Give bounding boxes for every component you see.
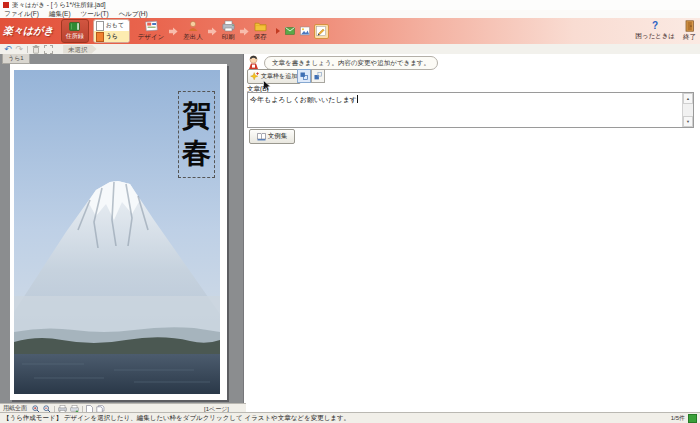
frame-select-button[interactable] [44,45,53,54]
side-toggle: おもて うら [93,19,130,43]
window-title: 楽々はがき - [うら1*/住所録.jad] [12,1,106,10]
design-icon [145,20,158,32]
greeting-char: 賀 [182,101,211,130]
exit-button[interactable]: 終了 [683,20,696,42]
divider [82,406,83,412]
flow-arrow-icon [208,27,217,36]
save-label: 保存 [254,33,267,42]
print-button[interactable]: 印刷 [222,20,235,42]
undo-button[interactable]: ↶ [4,45,12,54]
application-window: 楽々はがき - [うら1*/住所録.jad] ファイル(F) 編集(E) ツール… [0,0,700,423]
app-icon [3,2,9,8]
textarea-scrollbar[interactable]: ▲ ▼ [682,93,693,127]
print-icon [222,20,235,32]
exit-door-icon [685,20,695,32]
horizontal-text-toggle[interactable] [311,69,325,83]
message-textarea[interactable]: 今年もよろしくお願いいたします ▲ ▼ [247,92,694,128]
vertical-text-toggle[interactable] [297,69,311,83]
help-button[interactable]: ? 困ったときは [635,21,675,41]
page-tab-back1[interactable]: うら1 [2,54,30,64]
flow-arrow-icon [169,27,178,36]
delete-button[interactable] [32,45,40,54]
phrase-book-icon [257,132,266,141]
pencil-icon [316,26,326,36]
redo-button[interactable]: ↷ [16,45,24,54]
mascot-icon [247,55,260,70]
add-text-frame-button[interactable]: 文章枠を追加 [247,69,301,84]
front-page-icon [96,21,104,31]
menu-bar: ファイル(F) 編集(E) ツール(T) ヘルプ(H) [0,10,700,18]
guide-bubble: 文章を書きましょう。内容の変更や追加ができます。 [264,56,438,70]
scroll-down-icon[interactable]: ▼ [683,116,693,127]
divider [27,46,28,53]
sender-button[interactable]: 差出人 [183,20,203,42]
text-caret [357,95,358,103]
envelope-icon [285,26,295,36]
help-label: 困ったときは [635,32,675,41]
back-side-button[interactable]: うら [94,31,129,42]
exit-label: 終了 [683,33,696,42]
edit-tool-button[interactable] [314,24,329,39]
address-book-label: 住所録 [66,32,84,41]
photo-icon [300,26,310,36]
illustration-tool-button[interactable] [299,25,312,38]
phrase-samples-label: 文例集 [268,132,288,141]
address-book-icon [69,22,80,31]
main-toolbar: 楽々はがき 住所録 おもて うら [0,18,700,44]
front-side-button[interactable]: おもて [94,20,129,31]
flow-arrow-icon [240,27,249,36]
back-side-label: うら [106,32,118,41]
more-tools-caret-icon[interactable] [276,28,280,34]
message-text: 今年もよろしくお願いいたします [250,95,358,105]
print-label: 印刷 [222,33,235,42]
scroll-up-icon[interactable]: ▲ [683,93,693,104]
save-icon [254,20,267,32]
address-book-button[interactable]: 住所録 [61,19,89,43]
horizontal-text-icon [314,72,322,80]
status-message: 【うら作成モード】 デザインを選択したり、編集したい枠をダブルクリックして イラ… [3,414,671,423]
guide-row: 文章を書きましょう。内容の変更や追加ができます。 [247,55,438,70]
app-logo: 楽々はがき [3,24,54,38]
sender-label: 差出人 [183,33,203,42]
save-button[interactable]: 保存 [254,20,267,42]
postcard-preview[interactable]: 賀 春 [10,64,227,400]
design-button[interactable]: デザイン [138,20,165,42]
sender-icon [187,20,199,32]
back-page-icon [96,32,104,42]
record-count: 1/5件 [671,414,685,423]
phrase-samples-button[interactable]: 文例集 [249,129,295,144]
card-canvas[interactable]: うら1 [0,54,244,404]
divider [54,406,55,412]
add-star-icon [250,72,259,81]
question-icon: ? [652,21,658,31]
design-label: デザイン [138,33,165,42]
vertical-text-icon [300,72,308,80]
text-edit-panel: 文章を書きましょう。内容の変更や追加ができます。 文章枠を追加 [244,54,700,413]
greeting-char: 春 [182,139,211,168]
front-side-label: おもて [106,21,124,30]
greeting-text-frame[interactable]: 賀 春 [178,91,215,178]
status-bar: 【うら作成モード】 デザインを選択したり、編集したい枠をダブルクリックして イラ… [0,412,700,423]
selection-status-badge: 未選択 [63,45,97,54]
card-tool-button[interactable] [284,25,297,38]
record-status-icon [688,414,697,423]
